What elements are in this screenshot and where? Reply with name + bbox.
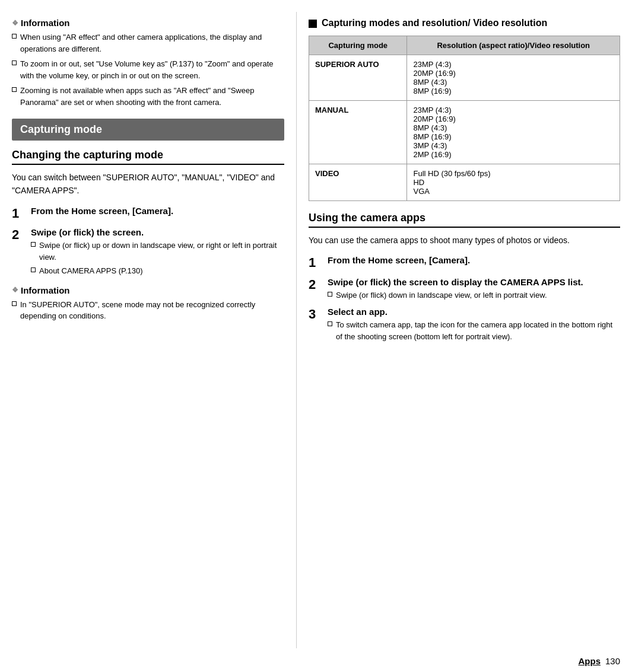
right-step-number-3: 3 (309, 307, 328, 322)
step-2: 2 Swipe (or flick) the screen. Swipe (or… (12, 227, 284, 277)
info-section-1: ❖ Information When using "AR effect" and… (12, 18, 284, 108)
step-sub-text-2a: Swipe (or flick) up or down in landscape… (39, 240, 284, 263)
using-apps-intro: You can use the camera apps to shoot man… (309, 234, 620, 247)
info-text-s2-1: In "SUPERIOR AUTO", scene mode may not b… (20, 299, 284, 322)
using-apps-title: Using the camera apps (309, 212, 620, 228)
right-step-main-1: From the Home screen, [Camera]. (328, 255, 620, 265)
footer-page-number: 130 (605, 656, 620, 666)
info-label-2: Information (21, 285, 70, 295)
right-step-sub-2a: Swipe (or flick) down in landscape view,… (328, 289, 620, 301)
page-footer: Apps 130 (578, 656, 620, 666)
right-step-number-1: 1 (309, 255, 328, 270)
step-number-2: 2 (12, 227, 31, 243)
right-step-content-1: From the Home screen, [Camera]. (328, 255, 620, 267)
step-main-2: Swipe (or flick) the screen. (31, 227, 284, 237)
subsection-title: Changing the capturing mode (12, 149, 284, 165)
right-step-sub-text-3a: To switch camera app, tap the icon for t… (336, 319, 620, 342)
diamond-icon-1: ❖ (12, 19, 18, 27)
col-header-resolution: Resolution (aspect ratio)/Video resoluti… (407, 36, 620, 55)
right-step-sub-text-2a: Swipe (or flick) down in landscape view,… (336, 289, 620, 301)
right-step-main-3: Select an app. (328, 307, 620, 317)
bullet-2 (12, 60, 17, 65)
bullet-step-2a (31, 242, 36, 247)
step-content-2: Swipe (or flick) the screen. Swipe (or f… (31, 227, 284, 277)
step-main-1: From the Home screen, [Camera]. (31, 206, 284, 216)
info-item-2: To zoom in or out, set "Use Volume key a… (12, 58, 284, 81)
info-text-3: Zooming is not available when apps such … (20, 85, 284, 108)
mode-manual: MANUAL (309, 101, 407, 164)
res-superior: 23MP (4:3)20MP (16:9)8MP (4:3)8MP (16:9) (407, 55, 620, 101)
right-bullet-step-2a (328, 292, 332, 297)
step-sub-2a: Swipe (or flick) up or down in landscape… (31, 240, 284, 263)
bullet-3 (12, 87, 17, 92)
table-row-video: VIDEO Full HD (30 fps/60 fps)HDVGA (309, 164, 620, 201)
capturing-mode-header: Capturing mode (12, 119, 284, 141)
intro-text: You can switch between "SUPERIOR AUTO", … (12, 171, 284, 198)
square-icon (309, 20, 317, 28)
diamond-icon-2: ❖ (12, 286, 18, 294)
info-item-3: Zooming is not available when apps such … (12, 85, 284, 108)
table-header-row: Capturing mode Resolution (aspect ratio)… (309, 36, 620, 55)
col-header-mode: Capturing mode (309, 36, 407, 55)
table-row-superior: SUPERIOR AUTO 23MP (4:3)20MP (16:9)8MP (… (309, 55, 620, 101)
info-item-1: When using "AR effect" and other camera … (12, 31, 284, 55)
step-sub-text-2b: About CAMERA APPS (P.130) (39, 265, 284, 277)
mode-superior: SUPERIOR AUTO (309, 55, 407, 101)
info-text-1: When using "AR effect" and other camera … (20, 31, 284, 55)
bullet-s2-1 (12, 301, 17, 306)
right-step-1: 1 From the Home screen, [Camera]. (309, 255, 620, 270)
info-section-2: ❖ Information In "SUPERIOR AUTO", scene … (12, 285, 284, 322)
right-step-number-2: 2 (309, 277, 328, 292)
right-bullet-step-3a (328, 321, 332, 326)
res-video: Full HD (30 fps/60 fps)HDVGA (407, 164, 620, 201)
step-1: 1 From the Home screen, [Camera]. (12, 206, 284, 221)
info-item-s2-1: In "SUPERIOR AUTO", scene mode may not b… (12, 299, 284, 322)
right-step-main-2: Swipe (or flick) the screen to display t… (328, 277, 620, 287)
info-title-2: ❖ Information (12, 285, 284, 295)
table-header-text: Capturing modes and resolution/ Video re… (322, 18, 547, 28)
right-step-content-2: Swipe (or flick) the screen to display t… (328, 277, 620, 301)
right-column: Capturing modes and resolution/ Video re… (297, 12, 632, 648)
step-number-1: 1 (12, 206, 31, 221)
step-sub-2b: About CAMERA APPS (P.130) (31, 265, 284, 277)
right-step-content-3: Select an app. To switch camera app, tap… (328, 307, 620, 342)
info-title-1: ❖ Information (12, 18, 284, 28)
bullet-1 (12, 34, 17, 39)
table-row-manual: MANUAL 23MP (4:3)20MP (16:9)8MP (4:3)8MP… (309, 101, 620, 164)
step-content-1: From the Home screen, [Camera]. (31, 206, 284, 218)
right-step-3: 3 Select an app. To switch camera app, t… (309, 307, 620, 342)
resolution-table: Capturing mode Resolution (aspect ratio)… (309, 36, 620, 201)
info-text-2: To zoom in or out, set "Use Volume key a… (20, 58, 284, 81)
right-step-2: 2 Swipe (or flick) the screen to display… (309, 277, 620, 301)
table-section-header: Capturing modes and resolution/ Video re… (309, 18, 620, 28)
left-column: ❖ Information When using "AR effect" and… (0, 12, 297, 648)
footer-apps-label: Apps (578, 656, 601, 666)
right-step-sub-3a: To switch camera app, tap the icon for t… (328, 319, 620, 342)
bullet-step-2b (31, 267, 36, 272)
mode-video: VIDEO (309, 164, 407, 201)
res-manual: 23MP (4:3)20MP (16:9)8MP (4:3)8MP (16:9)… (407, 101, 620, 164)
info-label-1: Information (21, 18, 70, 28)
